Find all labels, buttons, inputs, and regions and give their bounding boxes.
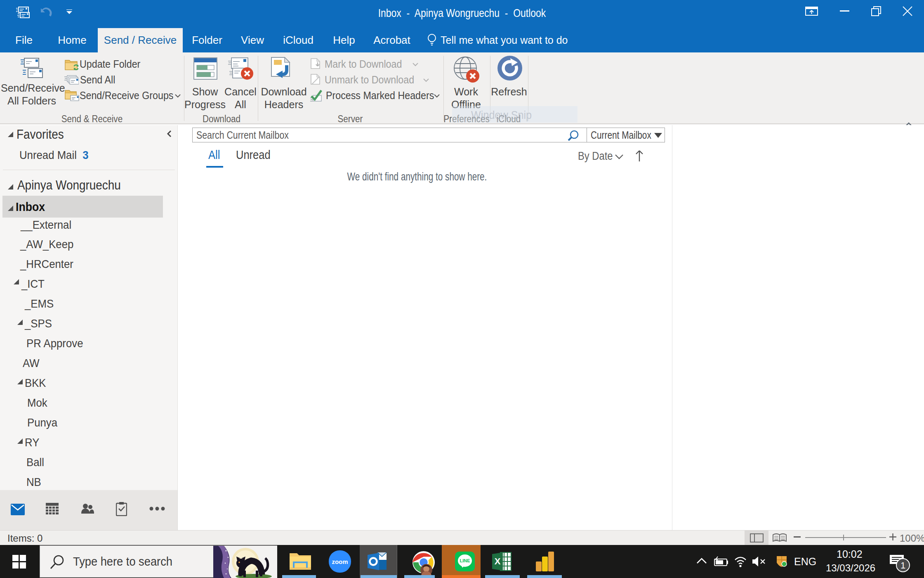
svg-text:X: X: [495, 556, 501, 566]
svg-text:zoom: zoom: [332, 558, 348, 565]
svg-text:LINE: LINE: [460, 558, 470, 563]
